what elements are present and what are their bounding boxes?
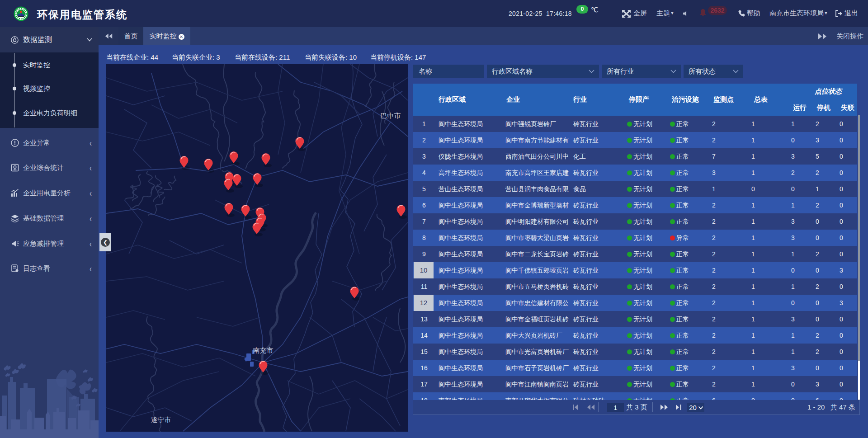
svg-text:遂宁市: 遂宁市 [151, 416, 171, 424]
svg-text:巴中市: 巴中市 [381, 112, 401, 119]
svg-text:南充市: 南充市 [253, 346, 274, 354]
